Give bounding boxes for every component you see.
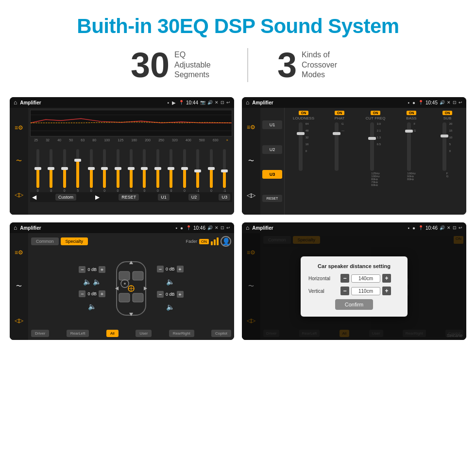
preset-u3[interactable]: U3 xyxy=(262,170,282,179)
slider-3[interactable]: 0 xyxy=(58,149,71,192)
spec-icon-1[interactable]: ≡⚙ xyxy=(15,249,23,256)
volume-icon-tl[interactable]: 🔊 xyxy=(207,100,213,105)
screen-icon-bl[interactable]: ⊡ xyxy=(221,225,224,230)
user-btn-bl[interactable]: User xyxy=(136,330,152,337)
rl-plus[interactable]: + xyxy=(99,290,105,297)
prev-icon[interactable]: ◀ xyxy=(32,194,36,201)
slider-5[interactable]: 0 xyxy=(85,149,98,192)
bass-on[interactable]: ON xyxy=(407,111,417,115)
eq-icon-2[interactable]: 〜 xyxy=(13,157,25,166)
eq-icon-1[interactable]: ≡⚙ xyxy=(13,123,25,132)
phat-nums: G— xyxy=(341,122,344,132)
slider-10[interactable]: 0 xyxy=(151,149,164,192)
slider-2[interactable]: 0 xyxy=(44,149,57,192)
home-icon-br[interactable]: ⌂ xyxy=(246,224,249,231)
preset-u2[interactable]: U2 xyxy=(262,145,282,154)
sub-slider[interactable] xyxy=(442,122,446,171)
slider-12[interactable]: 0 xyxy=(178,149,191,192)
rr-minus[interactable]: − xyxy=(157,291,164,298)
rl-db-control: − 0 dB + xyxy=(79,290,105,297)
slider-14[interactable]: 0 xyxy=(204,149,218,192)
screen-icon-tl[interactable]: ⊡ xyxy=(221,100,224,105)
eq-freq-labels: 25 32 40 50 63 80 100 125 160 200 250 32… xyxy=(30,138,232,142)
fl-speaker-icons: 🔈 🔈 xyxy=(83,278,101,286)
horizontal-minus[interactable]: − xyxy=(340,274,349,283)
rr-db-value: 0 dB xyxy=(166,292,175,297)
reset-btn-tr[interactable]: RESET xyxy=(262,195,282,202)
rearleft-btn-bl[interactable]: RearLeft xyxy=(67,330,89,337)
xover-icon-2[interactable]: 〜 xyxy=(248,157,254,165)
cutfreq-on[interactable]: ON xyxy=(371,111,381,115)
stat-eq-label: EQ AdjustableSegments xyxy=(174,50,218,80)
back-icon-tr[interactable]: ↩ xyxy=(459,100,462,105)
copilot-btn-bl[interactable]: Copilot xyxy=(211,330,231,337)
play-icon-tl[interactable]: ▶ xyxy=(172,100,176,105)
rl-minus[interactable]: − xyxy=(79,290,85,297)
slider-8[interactable]: 0 xyxy=(124,149,137,192)
slider-9[interactable]: 0 xyxy=(138,149,151,192)
home-icon-tl[interactable]: ⌂ xyxy=(14,99,17,106)
ch-sub: ON SUB 20151050 FG xyxy=(430,111,464,212)
horizontal-label: Horizontal xyxy=(308,276,338,281)
slider-7[interactable]: 0 xyxy=(111,149,124,192)
volume-icon-bl[interactable]: 🔊 xyxy=(207,225,213,230)
slider-1[interactable]: 0 xyxy=(31,149,44,192)
close-icon-tr[interactable]: ✕ xyxy=(447,100,451,105)
screen-icon-br[interactable]: ⊡ xyxy=(453,225,457,230)
vertical-minus[interactable]: − xyxy=(340,287,349,295)
close-icon-br[interactable]: ✕ xyxy=(447,225,451,230)
fl-minus[interactable]: − xyxy=(79,266,85,273)
phat-slider[interactable] xyxy=(335,122,339,171)
confirm-button[interactable]: Confirm xyxy=(335,299,374,310)
cutfreq-slider[interactable] xyxy=(370,122,374,171)
next-icon[interactable]: ▶ xyxy=(95,194,100,201)
xover-icon-1[interactable]: ≡⚙ xyxy=(247,124,255,131)
phat-on[interactable]: ON xyxy=(335,111,345,115)
driver-btn-bl[interactable]: Driver xyxy=(31,330,49,337)
all-btn-bl[interactable]: All xyxy=(106,330,119,337)
spec-icon-2[interactable]: 〜 xyxy=(16,282,22,290)
fl-plus[interactable]: + xyxy=(99,266,105,273)
xover-icon-3[interactable]: ◁▷ xyxy=(247,192,255,199)
back-icon-bl[interactable]: ↩ xyxy=(226,225,230,230)
reset-btn-tl[interactable]: RESET xyxy=(119,194,139,201)
camera-icon-tl: 📷 xyxy=(200,100,205,105)
eq-controls: ◀ Custom ▶ RESET U1 U2 U3 xyxy=(30,192,232,202)
custom-btn[interactable]: Custom xyxy=(55,194,76,201)
vertical-plus[interactable]: + xyxy=(382,287,391,295)
sub-on[interactable]: ON xyxy=(442,111,453,115)
horizontal-plus[interactable]: + xyxy=(382,274,391,283)
preset-u1[interactable]: U1 xyxy=(262,120,282,129)
tab-common[interactable]: Common xyxy=(31,237,59,245)
screen-icon-tr[interactable]: ⊡ xyxy=(453,100,457,105)
close-icon-bl[interactable]: ✕ xyxy=(215,225,219,230)
fader-on-btn[interactable]: ON xyxy=(199,239,209,244)
rr-plus[interactable]: + xyxy=(177,291,184,298)
home-icon-tr[interactable]: ⌂ xyxy=(246,99,249,106)
slider-4[interactable]: 5 xyxy=(71,149,84,192)
right-icons-tl: 📍 10:44 📷 🔊 ✕ ⊡ ↩ xyxy=(179,100,230,105)
loudness-slider[interactable] xyxy=(299,122,303,171)
eq-icon-3[interactable]: ◁▷ xyxy=(13,190,25,199)
volume-icon-tr[interactable]: 🔊 xyxy=(440,100,445,105)
back-icon-tl[interactable]: ↩ xyxy=(226,100,230,105)
tab-specialty[interactable]: Specialty xyxy=(61,237,88,245)
slider-15[interactable]: -1 xyxy=(218,149,231,192)
slider-13[interactable]: -1 xyxy=(191,149,204,192)
u2-btn-tl[interactable]: U2 xyxy=(188,194,200,201)
slider-11[interactable]: 0 xyxy=(165,149,178,192)
fr-minus[interactable]: − xyxy=(157,266,164,272)
volume-icon-br[interactable]: 🔊 xyxy=(440,225,445,230)
loudness-on[interactable]: ON xyxy=(299,111,309,115)
back-icon-br[interactable]: ↩ xyxy=(459,225,462,230)
slider-6[interactable]: 0 xyxy=(98,149,111,192)
u1-btn-tl[interactable]: U1 xyxy=(158,194,170,201)
spec-top-row: Common Specialty Fader ON 👤 xyxy=(31,236,231,247)
home-icon-bl[interactable]: ⌂ xyxy=(14,224,17,231)
close-icon-tl[interactable]: ✕ xyxy=(215,100,219,105)
fr-plus[interactable]: + xyxy=(177,266,184,272)
spec-icon-3[interactable]: ◁▷ xyxy=(15,317,23,324)
rearright-btn-bl[interactable]: RearRight xyxy=(169,330,194,337)
bass-slider[interactable] xyxy=(407,122,411,171)
u3-btn-tl[interactable]: U3 xyxy=(219,194,230,201)
